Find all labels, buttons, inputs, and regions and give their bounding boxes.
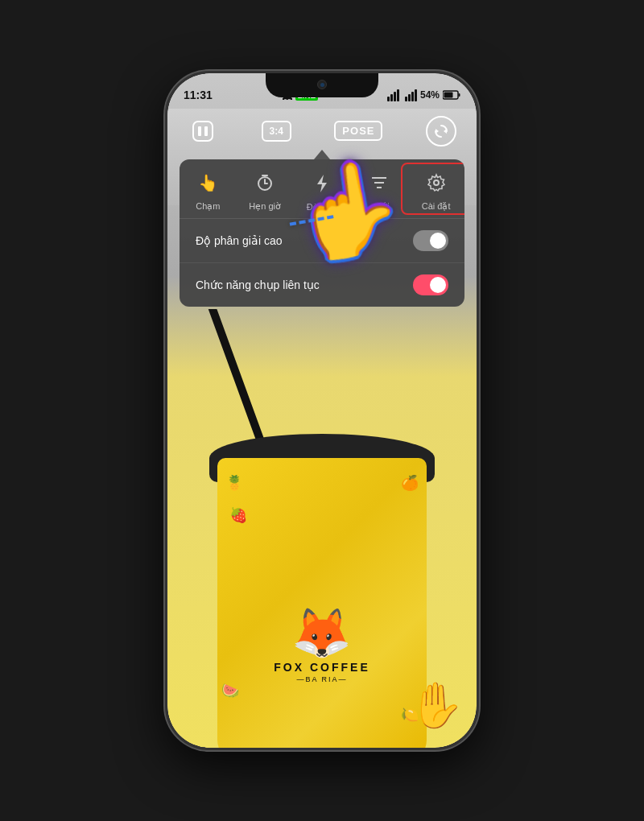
wifi-bar-3	[411, 92, 414, 101]
fox-logo: 🦊 FOX COFFEE —BA RIA—	[274, 609, 369, 683]
rotate-icon	[433, 123, 449, 139]
camera-toolbar-top: 3:4 POSE	[167, 109, 477, 153]
pause-button[interactable]	[188, 116, 218, 146]
brand-sub: —BA RIA—	[274, 675, 369, 683]
svg-marker-7	[436, 129, 439, 134]
phone-screen: 🍍 🍊 🍓 🍉 🍋 🦊 FOX COFFEE —BA RIA— ✋	[167, 73, 477, 748]
cup-straw	[206, 309, 269, 454]
rotate-camera-button[interactable]	[426, 116, 456, 146]
fruit-deco-watermelon: 🍉	[221, 682, 239, 699]
battery-icon	[443, 90, 460, 100]
svg-marker-6	[444, 129, 447, 134]
signal-bar-1	[387, 97, 390, 101]
high-resolution-toggle[interactable]	[413, 230, 448, 251]
touch-icon: 👆	[194, 169, 221, 196]
touch-label: Chạm	[196, 201, 220, 212]
high-resolution-label: Độ phân giải cao	[196, 234, 283, 247]
pointing-cursor: 👆	[285, 157, 409, 263]
pointing-hand-icon: 👆	[285, 157, 409, 263]
svg-rect-3	[193, 122, 213, 141]
continuous-shoot-label: Chức năng chụp liên tục	[196, 278, 320, 291]
touch-item[interactable]: 👆 Chạm	[180, 169, 237, 212]
pose-button[interactable]: POSE	[334, 121, 382, 141]
phone-frame: 🍍 🍊 🍓 🍉 🍋 🦊 FOX COFFEE —BA RIA— ✋	[165, 71, 479, 750]
wifi-bars	[405, 89, 417, 101]
highlight-border	[401, 163, 464, 215]
status-right-icons: 54%	[387, 89, 460, 101]
fruit-deco-orange: 🍊	[401, 474, 419, 492]
fruit-deco-strawberry: 🍓	[229, 506, 247, 524]
brand-name: FOX COFFEE	[274, 661, 369, 674]
svg-rect-4	[198, 126, 201, 136]
signal-bar-3	[394, 92, 396, 101]
signal-bar-2	[390, 94, 393, 101]
cup-body: 🍍 🍊 🍓 🍉 🍋 🦊 FOX COFFEE —BA RIA—	[217, 458, 427, 748]
timer-label: Hẹn giờ	[249, 201, 281, 212]
signal-bar-4	[397, 89, 399, 101]
pause-icon	[192, 120, 214, 142]
ratio-button[interactable]: 3:4	[262, 121, 291, 142]
notch	[266, 73, 378, 97]
settings-item[interactable]: Cài đặt	[407, 169, 464, 212]
volume-down-button[interactable]	[165, 278, 167, 327]
svg-rect-1	[459, 93, 460, 97]
continuous-shoot-toggle[interactable]	[413, 274, 448, 295]
volume-up-button[interactable]	[165, 218, 167, 266]
svg-rect-2	[444, 93, 453, 98]
holding-hand-icon: ✋	[409, 679, 464, 732]
signal-bars	[387, 89, 399, 101]
continuous-shoot-row: Chức năng chụp liên tục	[180, 263, 464, 307]
status-time: 11:31	[184, 89, 213, 101]
hand-inner: 👆	[285, 157, 409, 263]
power-button[interactable]	[477, 226, 479, 299]
wifi-bar-4	[415, 89, 417, 101]
svg-rect-5	[204, 126, 208, 136]
fruit-deco-pineapple: 🍍	[225, 474, 243, 492]
wifi-bar-2	[408, 94, 411, 101]
timer-icon	[251, 169, 279, 196]
wifi-bar-1	[405, 97, 407, 101]
timer-svg	[255, 173, 275, 192]
front-camera	[317, 80, 327, 89]
battery-percent: 54%	[420, 89, 440, 101]
fox-silhouette-icon: 🦊	[274, 609, 369, 658]
